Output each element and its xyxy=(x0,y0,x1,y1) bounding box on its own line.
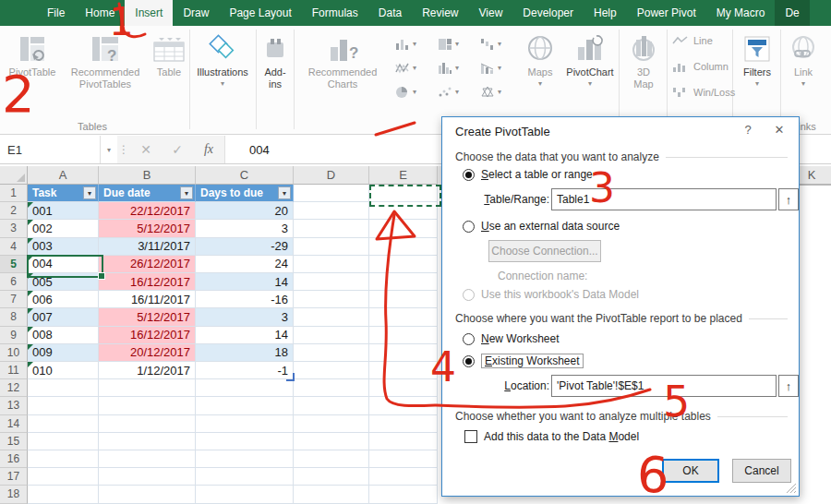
cell-A14[interactable] xyxy=(28,415,99,433)
cell-A13[interactable] xyxy=(28,397,99,414)
cell-E17[interactable] xyxy=(369,468,438,486)
cell-B15[interactable] xyxy=(99,433,196,450)
tab-home[interactable]: Home xyxy=(75,0,125,26)
filter-button-days-to-due[interactable]: ▾ xyxy=(278,186,291,199)
radio-new-worksheet[interactable] xyxy=(463,333,475,345)
row-header-9[interactable]: 9 xyxy=(0,327,28,344)
cell-D1[interactable] xyxy=(294,185,369,202)
maps-button[interactable]: Maps ▾ xyxy=(519,31,561,88)
cell-C9[interactable]: 14 xyxy=(196,327,294,344)
ok-button[interactable]: OK xyxy=(662,459,719,483)
row-header-14[interactable]: 14 xyxy=(0,415,28,433)
cell-E3[interactable] xyxy=(369,220,438,237)
row-header-7[interactable]: 7 xyxy=(0,291,28,308)
cell-A9[interactable]: 008 xyxy=(28,327,99,344)
table-range-selector-button[interactable]: ↑ xyxy=(778,188,799,210)
cancel-formula-icon[interactable]: ✕ xyxy=(130,136,162,163)
pivottable-button[interactable]: PivotTable xyxy=(4,31,61,78)
cell-B14[interactable] xyxy=(99,415,196,433)
line-chart-button[interactable]: ▾ xyxy=(391,57,428,78)
cell-D9[interactable] xyxy=(294,327,369,344)
link-dropdown-icon[interactable]: ▾ xyxy=(801,80,805,88)
cell-D3[interactable] xyxy=(294,220,369,237)
pie-chart-button[interactable]: ▾ xyxy=(391,81,428,102)
cell-C7[interactable]: -16 xyxy=(196,291,294,308)
cell-E4[interactable] xyxy=(369,238,438,256)
cell-C4[interactable]: -29 xyxy=(196,238,294,256)
column-header-C[interactable]: C xyxy=(196,166,294,185)
tab-formulas[interactable]: Formulas xyxy=(302,0,368,26)
cell-D18[interactable] xyxy=(294,486,369,503)
help-icon[interactable]: ? xyxy=(736,123,760,139)
cell-E8[interactable] xyxy=(369,308,438,326)
cell-D2[interactable] xyxy=(294,202,369,220)
cell-E6[interactable] xyxy=(369,273,438,291)
row-header-15[interactable]: 15 xyxy=(0,433,28,450)
tab-help[interactable]: Help xyxy=(584,0,627,26)
cell-B5[interactable]: 26/12/2017 xyxy=(99,256,196,273)
tab-developer[interactable]: Developer xyxy=(512,0,584,26)
cell-E7[interactable] xyxy=(369,291,438,308)
tab-de[interactable]: De xyxy=(775,0,809,26)
cell-D6[interactable] xyxy=(294,273,369,291)
hierarchy-chart-button[interactable]: ▾ xyxy=(434,33,471,54)
cell-B12[interactable] xyxy=(99,379,196,397)
cell-B10[interactable]: 20/12/2017 xyxy=(99,344,196,362)
select-all-corner[interactable] xyxy=(0,166,28,185)
enter-formula-icon[interactable]: ✓ xyxy=(162,136,193,163)
cell-B11[interactable]: 1/12/2017 xyxy=(99,362,196,379)
radio-data-model[interactable] xyxy=(463,289,475,301)
sparkline-column-button[interactable]: Column xyxy=(672,61,729,72)
radio-new-worksheet-row[interactable]: New Worksheet xyxy=(463,332,559,345)
histogram-chart-button[interactable]: ▾ xyxy=(434,57,471,78)
cell-D5[interactable] xyxy=(294,256,369,273)
tab-power-pivot[interactable]: Power Pivot xyxy=(627,0,706,26)
cell-D15[interactable] xyxy=(294,433,369,450)
scatter-chart-button[interactable]: ▾ xyxy=(434,81,471,102)
cell-A4[interactable]: 003 xyxy=(28,238,99,256)
cell-B9[interactable]: 16/12/2017 xyxy=(99,327,196,344)
cell-C10[interactable]: 18 xyxy=(196,344,294,362)
radio-existing-worksheet[interactable] xyxy=(463,355,475,367)
cell-B13[interactable] xyxy=(99,397,196,414)
cell-A7[interactable]: 006 xyxy=(28,291,99,308)
cell-A17[interactable] xyxy=(28,468,99,486)
row-header-8[interactable]: 8 xyxy=(0,308,28,326)
cell-D8[interactable] xyxy=(294,308,369,326)
cell-A3[interactable]: 002 xyxy=(28,220,99,237)
column-header-B[interactable]: B xyxy=(99,166,196,185)
row-header-13[interactable]: 13 xyxy=(0,397,28,414)
maps-dropdown-icon[interactable]: ▾ xyxy=(538,80,542,88)
cell-B8[interactable]: 5/12/2017 xyxy=(99,308,196,326)
location-selector-button[interactable]: ↑ xyxy=(778,375,799,397)
row-header-4[interactable]: 4 xyxy=(0,238,28,256)
name-box[interactable]: E1 xyxy=(0,136,101,163)
row-header-2[interactable]: 2 xyxy=(0,202,28,220)
row-header-17[interactable]: 17 xyxy=(0,468,28,486)
cell-B6[interactable]: 16/12/2017 xyxy=(99,273,196,291)
tab-file[interactable]: File xyxy=(37,0,75,26)
cell-C13[interactable] xyxy=(196,397,294,414)
radio-existing-worksheet-row[interactable]: Existing Worksheet xyxy=(463,354,584,368)
cell-D12[interactable] xyxy=(294,379,369,397)
link-button[interactable]: Link ▾ xyxy=(783,31,824,88)
combo-chart-button[interactable]: ▾ xyxy=(476,57,513,78)
row-header-1[interactable]: 1 xyxy=(0,185,28,202)
cell-E14[interactable] xyxy=(369,415,438,433)
row-header-10[interactable]: 10 xyxy=(0,344,28,362)
radio-select-table-row[interactable]: Select a table or range xyxy=(463,168,593,181)
cell-C8[interactable]: 3 xyxy=(196,308,294,326)
dialog-resize-grip[interactable] xyxy=(786,483,797,494)
cell-A10[interactable]: 009 xyxy=(28,344,99,362)
pivotchart-dropdown-icon[interactable]: ▾ xyxy=(588,80,592,88)
cell-B1[interactable]: Due date▾ xyxy=(99,185,196,202)
cell-D16[interactable] xyxy=(294,450,369,468)
cell-E5[interactable] xyxy=(369,256,438,273)
cell-D4[interactable] xyxy=(294,238,369,256)
cell-C15[interactable] xyxy=(196,433,294,450)
recommended-charts-button[interactable]: ? Recommended Charts xyxy=(297,31,388,90)
filter-button-due-date[interactable]: ▾ xyxy=(180,186,193,199)
cell-E15[interactable] xyxy=(369,433,438,450)
tab-review[interactable]: Review xyxy=(412,0,468,26)
row-header-12[interactable]: 12 xyxy=(0,379,28,397)
